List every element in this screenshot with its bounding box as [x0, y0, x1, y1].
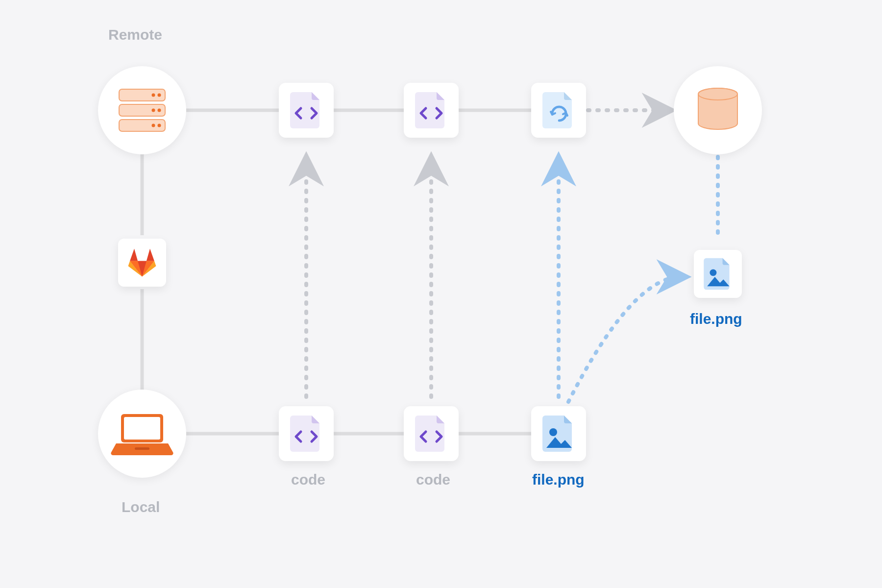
svg-point-28 [549, 428, 557, 436]
image-file-icon [542, 415, 575, 453]
sync-file-icon [542, 91, 575, 129]
remote-file-label: file.png [690, 311, 742, 327]
code-file-icon [290, 91, 322, 129]
remote-image-tile [694, 250, 742, 298]
local-code-tile-1 [279, 406, 334, 461]
local-laptop-node [98, 390, 186, 478]
local-label: Local [122, 499, 160, 515]
svg-point-17 [158, 94, 161, 97]
remote-label: Remote [108, 26, 162, 43]
remote-code-tile-1 [279, 83, 334, 138]
svg-point-23 [698, 88, 737, 100]
local-code-label-2: code [416, 471, 450, 488]
code-file-icon [415, 415, 447, 453]
svg-point-21 [158, 124, 161, 127]
remote-sync-tile [531, 83, 586, 138]
local-file-label: file.png [532, 471, 585, 488]
svg-point-20 [152, 124, 155, 127]
svg-point-16 [152, 94, 155, 97]
svg-rect-25 [124, 417, 160, 440]
svg-point-27 [710, 269, 716, 276]
diagram-canvas: Remote Local [0, 0, 882, 588]
local-code-label-1: code [291, 471, 325, 488]
image-file-icon [704, 257, 732, 291]
local-image-tile [531, 406, 586, 461]
server-icon [115, 83, 169, 137]
svg-point-18 [152, 109, 155, 112]
gitlab-icon [126, 247, 158, 278]
remote-storage-node [674, 66, 762, 154]
gitlab-node [118, 239, 166, 287]
code-file-icon [415, 91, 447, 129]
remote-server-node [98, 66, 186, 154]
database-icon [691, 83, 745, 137]
code-file-icon [290, 415, 322, 453]
svg-point-19 [158, 109, 161, 112]
local-code-tile-2 [404, 406, 459, 461]
svg-rect-26 [135, 447, 149, 450]
remote-code-tile-2 [404, 83, 459, 138]
laptop-icon [110, 409, 174, 458]
